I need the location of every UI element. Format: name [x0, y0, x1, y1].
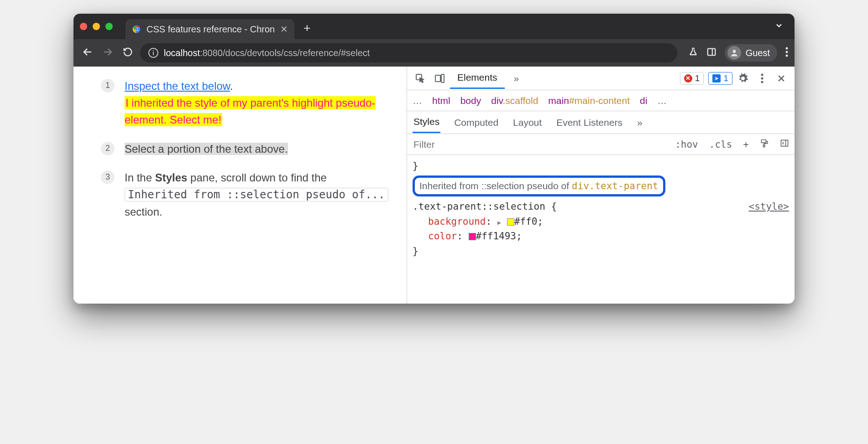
inspect-element-icon[interactable] [412, 70, 429, 87]
settings-icon[interactable] [734, 70, 752, 87]
rendered-page: 1 Inspect the text below. I inherited th… [73, 67, 407, 304]
inherited-from-header[interactable]: Inherited from ::selection pseudo of div… [413, 176, 665, 197]
hov-toggle[interactable]: :hov [669, 139, 704, 150]
new-tab-button[interactable]: + [303, 21, 310, 35]
css-brace: } [413, 159, 789, 174]
browser-window: CSS features reference - Chron ✕ + i loc… [73, 14, 795, 304]
breadcrumb-ellipsis[interactable]: … [657, 95, 667, 106]
step-number: 2 [101, 142, 115, 155]
cls-toggle[interactable]: .cls [704, 139, 738, 150]
css-selector[interactable]: .text-parent::selection { [413, 199, 557, 214]
subtab-styles[interactable]: Styles [413, 112, 440, 133]
breadcrumb-item[interactable]: div.scaffold [491, 95, 538, 106]
step-text: Select a portion of the text above. [125, 143, 288, 155]
chrome-favicon-icon [132, 25, 141, 34]
labs-icon[interactable] [688, 47, 698, 59]
svg-rect-5 [707, 49, 715, 56]
kebab-menu-icon[interactable] [753, 70, 771, 87]
svg-point-15 [761, 77, 763, 79]
subtab-computed[interactable]: Computed [453, 113, 499, 133]
avatar-icon [727, 46, 741, 60]
css-brace: } [413, 244, 789, 259]
tab-title: CSS features reference - Chron [146, 24, 275, 35]
forward-button[interactable] [100, 46, 115, 59]
svg-point-10 [786, 55, 788, 57]
new-style-rule-icon[interactable]: + [737, 139, 754, 150]
svg-point-9 [786, 51, 788, 53]
svg-point-14 [761, 73, 763, 76]
dom-breadcrumb[interactable]: … html body div.scaffold main#main-conte… [407, 90, 795, 111]
close-window-button[interactable] [80, 23, 87, 30]
maximize-window-button[interactable] [105, 23, 113, 30]
toolbar: i localhost:8080/docs/devtools/css/refer… [73, 39, 795, 67]
svg-rect-19 [761, 140, 766, 143]
subtab-more[interactable]: » [636, 113, 643, 133]
address-bar[interactable]: i localhost:8080/docs/devtools/css/refer… [140, 43, 677, 62]
profile-label: Guest [746, 48, 770, 58]
svg-rect-12 [435, 75, 440, 82]
tab-search-icon[interactable] [774, 21, 784, 32]
subtab-event-listeners[interactable]: Event Listeners [555, 113, 623, 133]
close-devtools-icon[interactable] [773, 70, 790, 87]
breadcrumb-item[interactable]: html [432, 95, 450, 106]
tab-more[interactable]: » [507, 68, 527, 88]
tab-close-icon[interactable]: ✕ [280, 24, 288, 35]
css-source-link[interactable]: <style> [748, 199, 789, 214]
breadcrumb-item[interactable]: body [460, 95, 481, 106]
window-controls [80, 23, 113, 30]
filter-bar: :hov .cls + [407, 134, 795, 155]
minimize-window-button[interactable] [93, 23, 100, 30]
devtools-panel: Elements » ✕1 ➤1 … html body div. [407, 67, 795, 304]
styles-pane: } Inherited from ::selection pseudo of d… [407, 155, 795, 262]
css-rule-header: .text-parent::selection { <style> [413, 199, 789, 214]
svg-point-16 [761, 81, 763, 83]
styles-subtabs: Styles Computed Layout Event Listeners » [407, 111, 795, 134]
back-button[interactable] [80, 46, 95, 59]
svg-point-7 [732, 50, 736, 53]
list-item: 3 In the Styles pane, scroll down to fin… [101, 169, 388, 221]
color-swatch-icon[interactable] [469, 233, 476, 240]
inspect-link[interactable]: Inspect the text below [125, 80, 230, 92]
browser-tab[interactable]: CSS features reference - Chron ✕ [125, 19, 294, 39]
tab-elements[interactable]: Elements [450, 67, 505, 89]
svg-point-8 [786, 47, 788, 50]
step-number: 1 [101, 79, 115, 93]
side-panel-icon[interactable] [706, 47, 716, 59]
breadcrumb-ellipsis[interactable]: … [413, 95, 422, 106]
step-number: 3 [101, 170, 115, 184]
highlighted-text[interactable]: I inherited the style of my parent's hig… [125, 96, 376, 126]
css-declaration[interactable]: color: #ff1493; [413, 229, 789, 244]
url-display: localhost:8080/docs/devtools/css/referen… [164, 48, 370, 58]
list-item: 1 Inspect the text below. I inherited th… [101, 77, 388, 129]
toggle-sidebar-icon[interactable] [774, 139, 795, 150]
profile-chip[interactable]: Guest [725, 44, 777, 62]
breadcrumb-item[interactable]: main#main-content [548, 95, 630, 106]
content-area: 1 Inspect the text below. I inherited th… [73, 67, 795, 304]
paint-icon[interactable] [754, 139, 774, 150]
breadcrumb-item[interactable]: di [640, 95, 647, 106]
menu-icon[interactable] [785, 47, 788, 59]
error-badge[interactable]: ✕1 [680, 72, 704, 85]
svg-rect-20 [763, 145, 765, 147]
message-badge[interactable]: ➤1 [708, 72, 732, 85]
color-swatch-icon[interactable] [507, 218, 514, 226]
reload-button[interactable] [120, 47, 136, 59]
filter-input[interactable] [407, 134, 669, 155]
step-text: In the Styles pane, scroll down to find … [125, 169, 388, 221]
devtools-topbar: Elements » ✕1 ➤1 [407, 67, 795, 90]
site-info-icon[interactable]: i [148, 48, 158, 58]
subtab-layout[interactable]: Layout [512, 113, 543, 133]
toolbar-actions: Guest [688, 44, 788, 62]
svg-rect-13 [441, 74, 444, 83]
list-item: 2 Select a portion of the text above. [101, 140, 388, 157]
css-declaration[interactable]: background: ▶ #ff0; [413, 214, 789, 229]
titlebar: CSS features reference - Chron ✕ + [73, 14, 795, 39]
device-toolbar-icon[interactable] [431, 70, 448, 87]
